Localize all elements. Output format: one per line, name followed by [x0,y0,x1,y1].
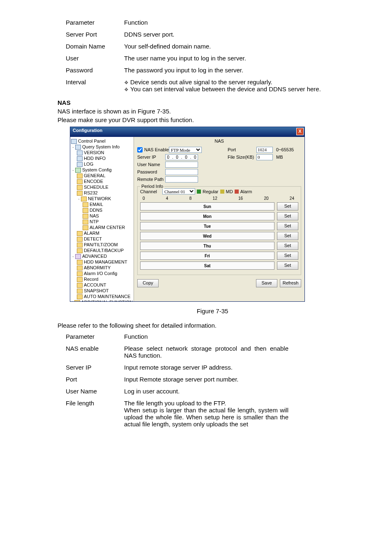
tree-snapshot[interactable]: SNAPSHOT [71,288,133,294]
close-icon[interactable]: X [296,128,304,135]
tree-account[interactable]: ACCOUNT [71,282,133,288]
tree-encode[interactable]: ENCODE [71,179,133,185]
tree-ptz[interactable]: PAN/TILT/ZOOM [71,242,133,248]
folder-icon [83,202,88,207]
folder-icon [83,225,88,230]
md-label: MD [226,189,233,194]
tree-alarm[interactable]: ALARM [71,231,133,236]
tree-schedule[interactable]: SCHEDULE [71,185,133,190]
tree-abnormity[interactable]: ABNORMITY [71,265,133,271]
param-port: Port [66,373,124,385]
username-input[interactable] [165,162,198,168]
server-ip-input[interactable]: 0.0.0.0 [165,154,198,160]
interval-bullet-2: You can set interval value between the d… [124,86,321,92]
ftp-mode-select[interactable]: FTP Mode [169,147,202,153]
tree-hdd-management[interactable]: HDD MANAGEMENT [71,259,133,265]
regular-label: Regular [203,189,219,194]
tree-alarm-io-config[interactable]: Alarm I/O Config [71,271,133,277]
refresh-button[interactable]: Refresh [280,279,301,287]
folder-icon [77,173,83,178]
func-serverip: Input remote storage server IP address. [124,361,293,373]
tree-auto-maintenance[interactable]: AUTO MAINTENANCE [71,294,133,300]
day-bar-tue[interactable]: Tue [140,222,274,230]
set-button-wed[interactable]: Set [277,232,298,240]
set-button-fri[interactable]: Set [277,252,298,260]
tree-record[interactable]: Record [71,277,133,282]
folder-icon [77,237,83,242]
channel-select[interactable]: Channel 01 [162,188,195,194]
period-info-legend: Period Info [140,184,164,189]
param-username: User Name [66,385,124,397]
nas-enable-checkbox[interactable] [137,147,143,153]
func-user: The user name you input to log in the se… [124,52,326,64]
period-info-fieldset: Period Info Channel Channel 01 Regular M… [137,186,301,275]
set-button-tue[interactable]: Set [277,222,298,230]
folder-icon [77,289,83,294]
post-figure-intro: Please refer to the following sheet for … [58,322,367,329]
day-row-tue: TueSet [140,222,298,230]
page-icon [77,162,83,167]
tree-control-panel[interactable]: Control Panel [71,139,133,144]
func-username: Log in user account. [124,385,293,397]
folder-icon [77,243,83,247]
tree-additional-function[interactable]: +ADDITIONAL FUNCTION [71,300,133,301]
day-bar-sun[interactable]: Sun [140,202,274,210]
copy-button[interactable]: Copy [137,279,159,287]
set-button-sun[interactable]: Set [277,202,298,210]
ddns-param-table: Parameter Function Server Port DDNS serv… [66,16,326,95]
remotepath-input[interactable] [165,176,198,183]
tree-network[interactable]: -NETWORK [71,196,133,202]
param-user: User [66,52,124,64]
configuration-window: Configuration X Control Panel -Query Sys… [70,127,305,302]
regular-color-icon [197,190,201,194]
day-row-sat: SatSet [140,261,298,270]
tree-ntp[interactable]: NTP [71,219,133,225]
day-bar-fri[interactable]: Fri [140,252,274,260]
nas-param-table: Parameter Function NAS enable Please sel… [66,331,293,430]
folder-icon [77,179,83,184]
tree-general[interactable]: GENERAL [71,173,133,179]
set-button-thu[interactable]: Set [277,242,298,250]
nas-intro-2: Please make sure your DVR support this f… [58,116,367,123]
window-titlebar: Configuration X [70,127,304,137]
navigation-tree[interactable]: Control Panel -Query System Info VERSION… [70,137,134,301]
tree-hdd-info[interactable]: HDD INFO [71,156,133,162]
func-password: The password you input to log in the ser… [124,64,326,76]
password-input[interactable] [165,169,198,175]
day-row-wed: WedSet [140,232,298,240]
day-bar-thu[interactable]: Thu [140,242,274,250]
port-input[interactable] [256,147,273,153]
day-bar-mon[interactable]: Mon [140,212,274,220]
func-server-port: DDNS server port. [124,28,326,40]
func-filelength: The file length you upload to the FTP. W… [124,397,293,430]
day-bar-wed[interactable]: Wed [140,232,274,240]
nas-config-panel: NAS NAS Enable FTP Mode Port 0~65535 Ser… [134,137,304,301]
folder-icon [77,248,83,253]
tree-query-system-info[interactable]: -Query System Info [71,144,133,150]
folder-icon [74,300,80,302]
filesize-input[interactable] [256,154,273,160]
tree-email[interactable]: EMAIL [71,202,133,208]
tree-default-backup[interactable]: DEFAULT/BACKUP [71,248,133,254]
save-button[interactable]: Save [256,279,277,287]
serverip-label: Server IP [137,155,165,160]
folder-icon [77,271,83,276]
tree-ddns[interactable]: DDNS [71,208,133,213]
set-button-mon[interactable]: Set [277,212,298,220]
tree-version[interactable]: VERSION [71,150,133,156]
func-nas-enable: Please select network storage protocol a… [124,342,293,361]
tree-detect[interactable]: DETECT [71,236,133,242]
username-label: User Name [137,162,165,167]
tree-advanced[interactable]: -ADVANCED [71,254,133,259]
day-bar-sat[interactable]: Sat [140,261,274,270]
tree-nas[interactable]: NAS [71,213,133,219]
set-button-sat[interactable]: Set [277,261,298,270]
tree-alarm-center[interactable]: ALARM CENTER [71,225,133,231]
param-serverip: Server IP [66,361,124,373]
tree-system-config[interactable]: -System Config [71,167,133,173]
page-icon [77,156,83,161]
tree-log[interactable]: LOG [71,162,133,167]
hours-scale: 04812162024 [143,196,294,201]
tree-rs232[interactable]: RS232 [71,190,133,196]
channel-label: Channel [140,189,161,194]
